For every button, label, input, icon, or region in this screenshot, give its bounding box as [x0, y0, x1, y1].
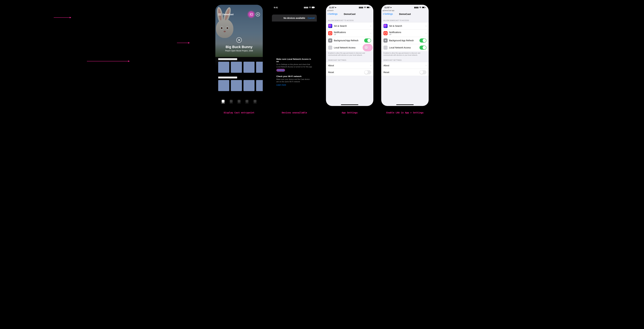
play-button[interactable] [236, 37, 242, 43]
menu-icon[interactable] [218, 14, 221, 15]
section-header-app: DEMOCAST SETTINGS [381, 59, 429, 62]
hero-subtitle: Peach Open Movie Project, 2008 [215, 50, 263, 52]
row-about[interactable]: About › [326, 62, 373, 69]
tab-item[interactable] [230, 100, 233, 103]
row-label: Background App Refresh [334, 39, 358, 42]
row-label: About [328, 64, 334, 67]
row-notifications[interactable]: Notifications Off › [381, 30, 429, 37]
chevron-right-icon: › [426, 32, 426, 35]
notifications-icon [328, 31, 332, 35]
tab-bar [215, 100, 263, 103]
home-indicator[interactable] [396, 104, 414, 105]
tip-lna-body: Go to Settings on this phone and check t… [276, 63, 312, 68]
cancel-button[interactable]: Cancel [308, 17, 314, 19]
reset-toggle[interactable] [420, 70, 426, 74]
breadcrumb[interactable]: DemoCast app [381, 9, 429, 12]
background-refresh-toggle[interactable] [420, 39, 426, 43]
profile-icon[interactable] [256, 12, 260, 17]
svg-rect-15 [425, 7, 426, 8]
svg-point-12 [420, 8, 420, 8]
content-shelf-2 [215, 77, 263, 91]
cast-button[interactable] [248, 12, 254, 18]
screen-cast-entrypoint: 9:41 ▮▮▮▮ DemoCast [215, 5, 263, 106]
chevron-right-icon: › [370, 64, 371, 67]
app-title: DemoCast [222, 13, 247, 16]
svg-point-5 [310, 8, 310, 8]
thumbnail[interactable] [231, 80, 242, 91]
svg-point-4 [258, 14, 258, 15]
tab-item[interactable] [238, 100, 241, 103]
section-footer: Enabled to allow this app permission to … [381, 51, 429, 56]
battery-icon [312, 7, 315, 8]
nav-title: DemoCast [399, 13, 411, 15]
status-indicators: ▮▮▮▮ [359, 6, 370, 9]
lna-icon [328, 46, 332, 50]
thumbnail[interactable] [231, 62, 242, 73]
thumbnail[interactable] [244, 62, 254, 73]
section-header-access: ALLOW DEMOCAST TO ACCESS [326, 20, 373, 22]
row-label: Reset [384, 71, 389, 74]
home-indicator[interactable] [341, 104, 358, 105]
caption: Display Cast entrypoint [224, 111, 254, 114]
chevron-right-icon: › [370, 32, 371, 35]
row-siri[interactable]: Siri & Search › [326, 22, 373, 30]
reset-toggle[interactable] [364, 70, 371, 74]
status-bar: 9:41 ▮▮▮▮ [271, 5, 318, 9]
section-header-app: DEMOCAST SETTINGS [326, 59, 373, 62]
screen-app-settings-after: 11:57➤ ▮▮▮▮ DemoCast app Settings DemoCa… [381, 5, 429, 106]
row-local-network-access: Local Network Access [326, 44, 373, 51]
thumbnail[interactable] [218, 62, 229, 73]
cast-icon [250, 13, 253, 16]
settings-link[interactable]: Settings [276, 69, 285, 72]
breadcrumb[interactable]: Search [326, 9, 373, 12]
svg-rect-10 [367, 7, 369, 8]
lna-icon [384, 46, 388, 50]
row-sublabel: Off [389, 34, 401, 36]
row-siri[interactable]: Siri & Search › [381, 22, 429, 30]
background-refresh-toggle[interactable] [364, 39, 371, 43]
thumbnail[interactable] [218, 80, 229, 91]
wifi-icon [364, 7, 366, 9]
location-icon: ➤ [390, 7, 392, 9]
local-network-access-toggle[interactable] [420, 46, 426, 50]
row-reset: Reset [381, 69, 429, 76]
thumbnail[interactable] [256, 80, 263, 91]
row-notifications[interactable]: Notifications Off › [326, 30, 373, 37]
learn-more-link[interactable]: Learn more [276, 84, 286, 86]
local-network-access-toggle[interactable] [364, 46, 371, 50]
row-label: About [384, 64, 389, 67]
wifi-icon [309, 7, 311, 9]
back-button[interactable]: Settings [328, 12, 338, 16]
row-background-refresh: Background App Refresh [326, 37, 373, 44]
battery-icon [422, 7, 426, 8]
hero-title: Big Buck Bunny [215, 45, 263, 49]
siri-icon [328, 24, 332, 28]
gear-icon [384, 39, 388, 43]
row-label: Local Network Access [389, 46, 411, 49]
shelf-label-placeholder [218, 77, 237, 79]
shelf-label-placeholder [218, 58, 237, 60]
status-time: 11:57 [329, 6, 334, 9]
back-button[interactable]: Settings [383, 12, 393, 16]
svg-rect-11 [370, 7, 370, 8]
row-local-network-access: Local Network Access [381, 44, 429, 51]
sheet-title: No devices available [284, 17, 305, 19]
chevron-right-icon: › [426, 64, 426, 67]
tab-item[interactable] [254, 100, 256, 103]
thumbnail[interactable] [256, 62, 263, 73]
row-about[interactable]: About › [381, 62, 429, 69]
cellular-icon: ▮▮▮▮ [359, 6, 363, 9]
tab-item[interactable] [245, 100, 248, 103]
status-bar: 11:57➤ ▮▮▮▮ [381, 5, 429, 9]
svg-rect-7 [314, 7, 315, 8]
tab-item[interactable] [222, 100, 225, 103]
section-footer: Enabled to allow this app permission to … [326, 51, 373, 56]
notifications-icon [384, 31, 388, 35]
status-bar: 11:57➤ ▮▮▮▮ [326, 5, 373, 9]
cellular-icon: ▮▮▮▮ [414, 6, 418, 9]
chevron-right-icon: › [370, 25, 371, 27]
tip-lna-title: Make sure Local Network Access is on [276, 58, 312, 63]
thumbnail[interactable] [244, 80, 254, 91]
cellular-icon: ▮▮▮▮ [304, 6, 308, 9]
person-icon [257, 13, 259, 16]
